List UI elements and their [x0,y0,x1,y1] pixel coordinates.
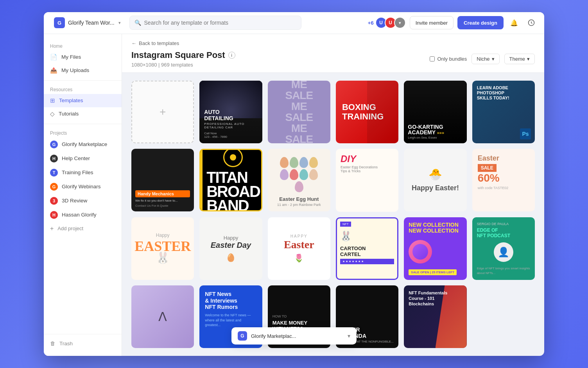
only-bundles-checkbox[interactable]: Only bundles [430,56,467,62]
template-card[interactable]: Handy Mechanics We fix it so you don't h… [131,149,194,211]
template-card[interactable]: SERGIO DE PAULA EDGE OFNFT PODCAST 👤 Edg… [472,217,535,280]
sidebar-item-my-files[interactable]: 📄 My Files [44,51,122,64]
easter-icon: 🥚 [226,253,236,262]
sidebar-item-tutorials[interactable]: ◇ Tutorials [44,107,122,121]
card-pre: HOW TO [272,314,326,318]
project-icon: G [50,141,58,148]
tutorials-icon: ◇ [50,110,55,117]
trash-icon: 🗑 [50,341,56,346]
card-cta: Contact Us For A Quote [135,204,190,207]
sidebar-item-label: My Files [61,54,81,60]
card-title: TITANBROADBAND [206,170,260,211]
search-input[interactable] [144,20,296,26]
card-title: MESALEMESALEMESALE [285,81,313,143]
content-header: ← Back to templates Instagram Square Pos… [122,34,544,73]
niche-filter-button[interactable]: Niche ▾ [471,54,499,64]
add-new-template-card[interactable]: + [131,81,194,143]
template-card[interactable]: NEW COLLECTIONNEW COLLECTION SALE OPEN |… [404,217,466,280]
file-icon: 📄 [50,54,57,61]
card-content: TITANBROADBAND [203,150,262,210]
template-card[interactable]: Easter SALE 60% with code TASTE02 [472,149,535,211]
sidebar-item-training-files[interactable]: T Training Files [44,166,122,180]
card-pre: Happy [224,235,238,241]
project-name: 3D Review [62,198,87,204]
template-card[interactable]: TITANBROADBAND [199,149,262,211]
project-name: Glorify Webinars [62,184,101,189]
card-title: NEW COLLECTIONNEW COLLECTION [409,222,459,234]
template-card[interactable]: NFT FundamentalsCourse - 101Blockchains [404,285,466,348]
sidebar-item-glorify-marketplace[interactable]: G Glorify Marketplace [44,137,122,152]
invite-member-button[interactable]: Invite member [410,16,454,29]
settings-button[interactable] [525,16,538,29]
home-section-label: Home [44,40,122,51]
template-card[interactable]: Happy EASTER 🐰 [131,217,194,280]
upload-icon: 📤 [50,67,57,74]
sidebar-item-3d-review[interactable]: 3 3D Review [44,194,122,208]
add-project-label: Add project [57,225,83,231]
template-card[interactable]: NFT 🐰 CARTOONCARTEL ★ ★ ★ ★ ★ ★ ★ [336,217,398,280]
card-title: GO-KARTINGACADEMY »»» [408,124,463,135]
card-title: NFT News& InterviewsNFT Rumors [205,291,256,310]
template-card[interactable]: AUTODETAILING PROFESSIONAL AUTO DETAILIN… [199,81,262,143]
template-card[interactable]: Ʌ [131,285,194,348]
template-card[interactable]: 🐣 Happy Easter! [404,149,466,211]
page-title: Instagram Square Post i [131,50,235,60]
sale-badge: SALE OPEN | 25 ITEMS LEFT [409,269,457,275]
theme-filter-button[interactable]: Theme ▾ [504,54,535,64]
templates-scroll[interactable]: + AUTODETAILING PROFESSIONAL AUTO DETAIL… [122,73,544,356]
trash-label: Trash [59,341,73,346]
card-footer: ★ ★ ★ ★ ★ ★ ★ [340,259,394,264]
sale-badge: SALE [478,164,497,172]
sidebar-item-trash[interactable]: 🗑 Trash [44,337,122,350]
plus-icon: + [160,106,166,118]
templates-grid: + AUTODETAILING PROFESSIONAL AUTO DETAIL… [131,81,535,348]
workspace-avatar: G [54,17,65,28]
card-title: EDGE OFNFT PODCAST [477,227,530,238]
template-card[interactable]: Happy Easter Day 🥚 [199,217,262,280]
chevron-down-icon: ▾ [348,333,350,339]
discount: 60% [478,172,500,184]
card-subtitle: 11 am - 2 pm Rainbow Park [277,203,321,207]
projects-section-label: Projects [44,127,122,137]
sidebar-item-label: Tutorials [59,111,79,117]
back-to-templates-link[interactable]: ← Back to templates [131,40,535,46]
add-project-button[interactable]: + Add project [44,222,122,235]
sidebar-item-label: My Uploads [61,67,89,73]
card-description: Welcome to the NFT news — where all the … [205,313,256,328]
template-card[interactable]: HAPPY Easter 🌷 [268,217,330,280]
card-pre: Happy [156,233,170,238]
create-design-button[interactable]: Create design [457,16,504,29]
project-name: Hassan Glorify [62,212,97,218]
workspace-selector[interactable]: G Glorify Team Wor... ▾ [50,15,125,31]
info-icon[interactable]: i [228,52,235,59]
card-decoration: 🐰 [156,251,170,264]
sidebar-item-help-center[interactable]: H Help Center [44,152,122,166]
easter-decoration: 🐣 [428,168,442,181]
template-card[interactable]: Easter Egg Hunt 11 am - 2 pm Rainbow Par… [268,149,330,211]
resources-section-label: Resources [44,84,122,94]
sidebar-item-hassan[interactable]: H Hassan Glorify [44,208,122,222]
card-title: Easter [284,238,314,251]
popup-bar[interactable]: G Glorify Marketplac... ▾ [231,327,357,345]
project-name: Glorify Marketplace [62,141,107,147]
search-bar[interactable]: 🔍 [129,16,301,30]
sidebar-item-label: Templates [59,97,83,103]
abstract-shape: Ʌ [158,309,167,324]
sidebar-item-my-uploads[interactable]: 📤 My Uploads [44,64,122,77]
card-subtitle: We fix it so you don't have to... [135,199,190,202]
template-card[interactable]: DIY Easter Egg DecorationsTips & Tricks [336,149,398,211]
template-card[interactable]: MESALEMESALEMESALE [268,81,330,143]
project-icon: T [50,169,58,177]
notification-button[interactable]: 🔔 [507,16,521,29]
card-header: NFT [340,222,351,227]
template-card[interactable]: LEARN ADOBEPHOTOSHOPSKILLS TODAY! Ps [472,81,535,143]
popup-text: Glorify Marketplac... [251,333,344,339]
project-name: Help Center [62,155,90,161]
card-title: Easter Day [211,241,251,250]
template-card[interactable]: GO-KARTINGACADEMY »»» Leigh-on-Sea, Esse… [404,81,466,143]
template-card[interactable]: BOXINGTRAINING [336,81,398,143]
sidebar-item-glorify-webinars[interactable]: G Glorify Webinars [44,180,122,194]
back-label: Back to templates [139,40,179,46]
card-illustration: 🐰 [340,231,394,242]
sidebar-item-templates[interactable]: ⊞ Templates [44,94,122,107]
